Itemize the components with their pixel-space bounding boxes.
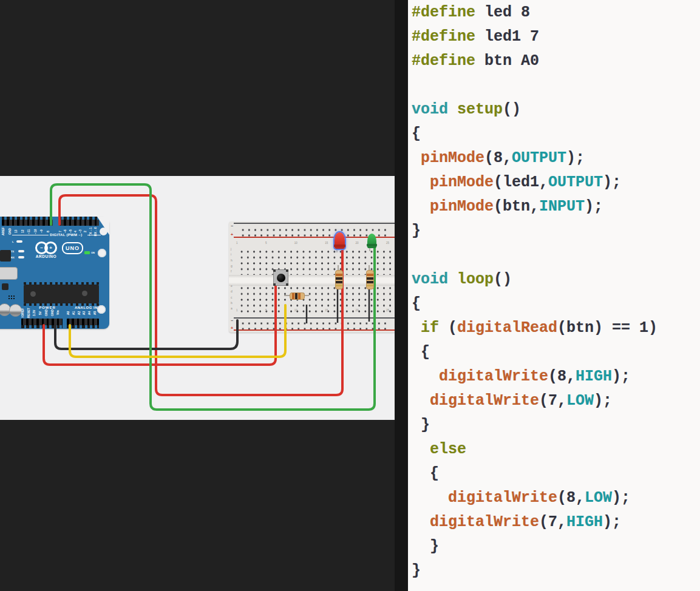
resistor-band xyxy=(298,293,301,299)
led-red-selected[interactable] xyxy=(335,232,345,249)
code-line: { xyxy=(412,340,700,365)
code-line xyxy=(412,243,700,268)
wire-gnd-black[interactable] xyxy=(55,320,237,349)
resistor-band xyxy=(336,277,342,280)
resistor-band xyxy=(336,274,342,276)
code-line: { xyxy=(412,292,700,316)
button-cap[interactable] xyxy=(277,274,285,282)
circuit-canvas[interactable]: AREFGND1312~11~10~98 7~6~54~32TX→1RX←0 D… xyxy=(0,176,395,420)
button-leg xyxy=(286,283,288,286)
resistor-horizontal[interactable] xyxy=(290,292,305,300)
resistor-band xyxy=(367,281,373,283)
code-editor[interactable]: #define led 8#define led1 7#define btn A… xyxy=(408,0,700,591)
code-line: else xyxy=(412,437,700,462)
resistor-red-led[interactable] xyxy=(335,270,343,289)
code-line: } xyxy=(412,413,700,437)
code-line: } xyxy=(412,219,700,243)
led-green[interactable] xyxy=(367,234,376,248)
code-line: #define btn A0 xyxy=(412,49,700,73)
resistor-band xyxy=(367,277,373,280)
led-flange xyxy=(334,245,345,247)
code-line: digitalWrite(8,HIGH); xyxy=(412,365,700,389)
code-line: { xyxy=(412,462,700,486)
code-line: digitalWrite(7,HIGH); xyxy=(412,510,700,535)
code-line: pinMode(led1,OUTPUT); xyxy=(412,171,700,195)
code-line: #define led 8 xyxy=(412,1,700,25)
code-line: #define led1 7 xyxy=(412,25,700,49)
resistor-band xyxy=(336,285,342,286)
code-line: } xyxy=(412,559,700,583)
code-line: { xyxy=(412,122,700,146)
resistor-band xyxy=(295,293,297,299)
resistor-band xyxy=(367,285,373,286)
wire-5v-red[interactable] xyxy=(44,283,276,365)
led-flange xyxy=(367,244,377,246)
code-line: if (digitalRead(btn) == 1) xyxy=(412,316,700,340)
button-leg xyxy=(273,283,276,286)
code-line: digitalWrite(7,LOW); xyxy=(412,389,700,413)
code-line: } xyxy=(412,535,700,559)
code-line: pinMode(btn,INPUT); xyxy=(412,195,700,219)
code-line: pinMode(8,OUTPUT); xyxy=(412,146,700,171)
pushbutton[interactable] xyxy=(273,269,288,286)
resistor-band xyxy=(336,281,342,283)
code-line xyxy=(412,73,700,98)
resistor-green-led[interactable] xyxy=(366,270,374,289)
code-line: digitalWrite(8,LOW); xyxy=(412,486,700,510)
code-line: void setup() xyxy=(412,98,700,122)
resistor-band xyxy=(292,293,294,299)
button-leg xyxy=(286,269,288,272)
button-leg xyxy=(273,269,276,272)
resistor-band xyxy=(367,274,373,276)
panel-divider xyxy=(395,0,408,591)
code-line: void loop() xyxy=(412,268,700,292)
wires-layer xyxy=(0,176,395,420)
circuit-workspace: AREFGND1312~11~10~98 7~6~54~32TX→1RX←0 D… xyxy=(0,0,395,591)
wire-pin8-green[interactable] xyxy=(51,184,375,410)
